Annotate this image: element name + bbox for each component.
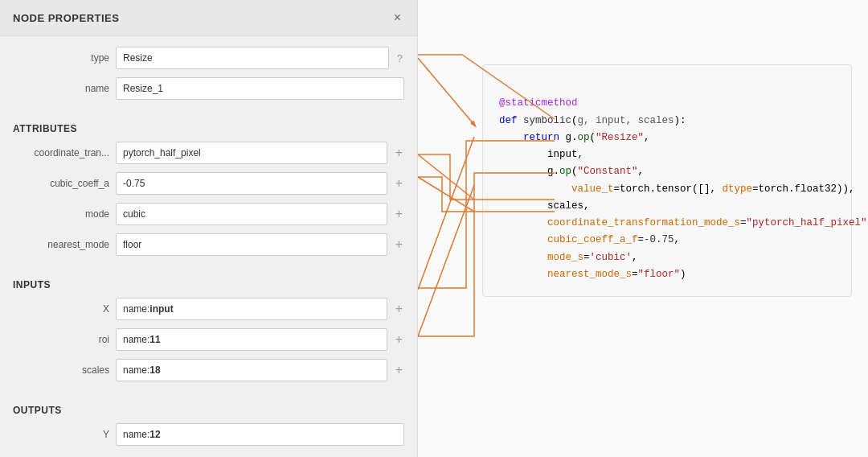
type-label: type [13,52,109,64]
name-value[interactable]: Resize_1 [116,77,404,100]
kwarg-value-t: value_t [571,183,614,195]
decorator: @staticmethod [499,97,578,109]
cubic-coeff-row: cubic_coeff_a -0.75 + [0,168,417,199]
attributes-section: ATTRIBUTES coordinate_tran... pytorch_ha… [0,110,417,266]
input-scales-row: scales name: 18 + [0,355,417,385]
coord-transform-label: coordinate_tran... [13,147,109,159]
input-scales-bold: 18 [149,364,160,376]
svg-line-4 [418,185,474,336]
panel-title: NODE PROPERTIES [13,12,119,24]
func-name: symbolic [523,115,571,126]
input-x-add-button[interactable]: + [394,303,404,315]
input-roi-row: roi name: 11 + [0,324,417,355]
input-roi-add-button[interactable]: + [394,333,404,346]
close-button[interactable]: × [391,10,404,26]
cubic-coeff-add-button[interactable]: + [394,177,404,190]
val-cubic: -0.75 [644,234,674,245]
kwarg-coord: coordinate_transformation_mode_s [547,217,740,228]
nearest-mode-value[interactable]: floor [116,233,387,256]
kwarg-dtype: dtype [723,183,753,195]
nearest-mode-add-button[interactable]: + [394,238,404,251]
func-params: g, input, scales [578,115,674,126]
input-scales-label: scales [13,364,109,376]
nearest-mode-row: nearest_mode floor + [0,229,417,260]
coord-transform-row: coordinate_tran... pytorch_half_pixel + [0,138,417,168]
cubic-coeff-value[interactable]: -0.75 [116,172,387,195]
svg-line-3 [418,137,474,290]
input-scales-value[interactable]: name: 18 [116,359,387,381]
kwarg-mode: mode_s [547,252,583,263]
method-op: op [578,132,590,143]
attributes-header: ATTRIBUTES [0,117,417,138]
svg-line-1 [418,154,474,200]
panel-header: NODE PROPERTIES × [0,0,417,36]
mode-row: mode cubic + [0,199,417,229]
val-nearest: "floor" [638,269,681,280]
input-roi-value[interactable]: name: 11 [116,328,387,351]
outputs-header: OUTPUTS [0,398,417,419]
code-panel: @staticmethod def symbolic(g, input, sca… [418,0,868,457]
keyword-return: return [523,132,559,143]
inputs-header: INPUTS [0,273,417,294]
output-y-label: Y [13,429,109,440]
input-x-label: X [13,303,109,315]
kwarg-nearest: nearest_mode_s [547,269,632,280]
input-x-value[interactable]: name: input [116,298,387,320]
nearest-mode-label: nearest_mode [13,239,109,250]
input-roi-label: roi [13,334,109,345]
keyword-def: def [499,115,518,126]
svg-line-0 [418,58,474,125]
val-mode: 'cubic' [590,252,633,263]
name-label: name [13,83,109,94]
type-row: type Resize ? [0,43,417,73]
type-section: type Resize ? name Resize_1 [0,36,417,110]
svg-line-2 [418,177,474,212]
input-roi-bold: 11 [149,334,160,345]
method-op2: op [559,166,571,177]
cubic-coeff-label: cubic_coeff_a [13,178,109,189]
outputs-section: OUTPUTS Y name: 12 [0,392,417,456]
coord-transform-add-button[interactable]: + [394,146,404,159]
inputs-section: INPUTS X name: input + roi name: 11 + sc… [0,266,417,392]
type-help-button[interactable]: ? [395,52,404,64]
mode-add-button[interactable]: + [394,208,404,220]
coord-transform-value[interactable]: pytorch_half_pixel [116,142,387,164]
code-block: @staticmethod def symbolic(g, input, sca… [482,64,852,297]
input-scales-add-button[interactable]: + [394,364,404,377]
mode-label: mode [13,208,109,220]
mode-value[interactable]: cubic [116,203,387,225]
op-constant: "Constant" [578,166,638,177]
kwarg-cubic: cubic_coeff_a_f [547,234,638,245]
output-y-value[interactable]: name: 12 [116,423,404,446]
type-value[interactable]: Resize [116,47,389,69]
output-y-row: Y name: 12 [0,419,417,450]
op-resize: "Resize" [596,132,644,143]
val-coord: "pytorch_half_pixel" [747,217,867,228]
input-x-bold: input [149,303,173,315]
name-row: name Resize_1 [0,73,417,104]
node-properties-panel: NODE PROPERTIES × type Resize ? name Res… [0,0,418,457]
input-x-row: X name: input + [0,294,417,324]
output-y-bold: 12 [149,429,160,440]
